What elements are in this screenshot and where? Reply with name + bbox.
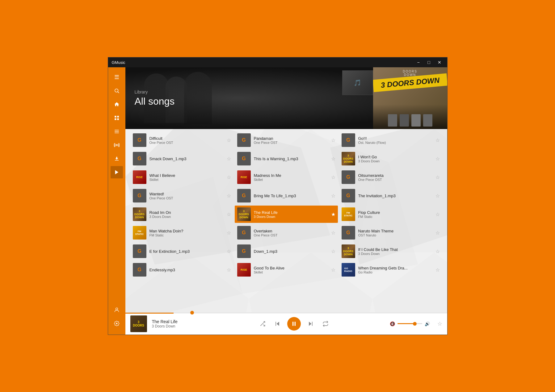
song-star[interactable]: ☆ [435,137,440,143]
song-info: Down_1.mp3 [254,249,328,254]
song-info: What I Believe Skillet [149,173,224,181]
song-artist: One Piece OST [149,141,224,144]
song-item[interactable]: G Difficult One Piece OST ☆ [130,131,233,149]
close-button[interactable]: ✕ [435,58,444,66]
song-item[interactable]: 3DOORSDOWN If I Could Be Like That 3 Doo… [339,243,442,260]
song-star[interactable]: ★ [331,211,335,217]
song-star[interactable]: ☆ [331,156,335,162]
svg-rect-24 [312,322,313,326]
song-star[interactable]: ☆ [331,267,335,273]
song-item[interactable]: RISE Good To Be Alive Skillet ☆ [235,261,338,278]
previous-button[interactable] [272,319,282,329]
volume-track[interactable] [397,323,422,324]
now-playing-star[interactable]: ☆ [437,320,442,327]
song-star[interactable]: ☆ [435,174,440,180]
song-item[interactable]: G Smack Down_1.mp3 ☆ [130,150,233,167]
song-thumb: G [237,152,251,165]
song-item[interactable]: 3DOORSDOWN The Real Life 3 Doors Down ★ [235,206,338,223]
volume-fill [397,323,415,324]
song-item[interactable]: G Bring Me To Life_1.mp3 ☆ [235,187,338,204]
volume-thumb[interactable] [413,322,417,326]
sidebar: ☰ [108,67,125,335]
song-star[interactable]: ☆ [435,248,440,254]
song-item[interactable]: G E for Extinction_1.mp3 ☆ [130,243,233,260]
song-item[interactable]: G Endlessly.mp3 ☆ [130,261,233,278]
maximize-button[interactable]: □ [425,58,433,66]
song-item[interactable]: G Oitsumerareta One Piece OST ☆ [339,169,442,186]
song-artist: One Piece OST [358,178,432,181]
sidebar-queue-icon[interactable] [111,166,123,178]
sidebar-home-icon[interactable] [111,98,123,111]
song-star[interactable]: ☆ [227,156,231,162]
song-item[interactable]: RISE Madness In Me Skillet ☆ [235,169,338,186]
song-star[interactable]: ☆ [227,248,231,254]
song-star[interactable]: ☆ [435,193,440,199]
progress-bar[interactable] [125,313,447,314]
minimize-button[interactable]: − [414,58,423,66]
song-star[interactable]: ☆ [331,174,335,180]
song-artist: One Piece OST [254,233,328,237]
sidebar-account-icon[interactable] [111,304,123,316]
repeat-button[interactable] [321,319,330,329]
svg-line-1 [118,92,119,93]
song-star[interactable]: ☆ [227,193,231,199]
song-star[interactable]: ☆ [331,137,335,143]
song-item[interactable]: RISE What I Believe Skillet ☆ [130,169,233,186]
song-item[interactable]: G Overtaken One Piece OST ☆ [235,224,338,241]
song-info: Oitsumerareta One Piece OST [358,173,432,181]
song-star[interactable]: ☆ [227,174,231,180]
song-star[interactable]: ☆ [227,267,231,273]
sidebar-list-icon[interactable] [111,125,123,138]
sidebar-menu-icon[interactable]: ☰ [111,71,123,83]
mute-icon[interactable]: 🔇 [390,321,395,326]
hero-title: All songs [135,96,175,107]
song-name: What I Believe [149,173,224,178]
song-star[interactable]: ☆ [331,248,335,254]
svg-marker-23 [309,322,311,326]
play-pause-button[interactable] [287,317,301,331]
song-info: This Is a Warning_1.mp3 [254,156,328,161]
svg-point-12 [116,308,118,310]
song-item[interactable]: 3DOORSDOWN Road Im On 3 Doors Down ☆ [130,206,233,223]
song-name: Good To Be Alive [254,266,328,270]
song-artist: 3 Doors Down [149,215,224,219]
song-item[interactable]: FMSTATIC Flop Culture FM Static ☆ [339,206,442,223]
song-star[interactable]: ☆ [331,193,335,199]
sidebar-search-icon[interactable] [111,85,123,97]
song-thumb: RISE [237,170,251,184]
sidebar-radio-icon[interactable] [111,139,123,151]
song-item[interactable]: GORADIO When Dreaming Gets Dra... Go Rad… [339,261,442,278]
song-item[interactable]: FMSTATIC Man Watcha Doin? FM Static ☆ [130,224,233,241]
song-artist: FM Static [149,233,224,237]
song-item[interactable]: G Naruto Main Theme OST Naruto ☆ [339,224,442,241]
next-button[interactable] [306,319,316,329]
song-star[interactable]: ☆ [435,211,440,217]
song-thumb: FMSTATIC [342,207,355,221]
sidebar-settings-icon[interactable] [111,317,123,330]
song-star[interactable]: ☆ [435,230,440,236]
song-item[interactable]: G Wanted! One Piece OST ☆ [130,187,233,204]
sidebar-download-icon[interactable] [111,152,123,165]
song-item[interactable]: 3DOORSDOWN I Won't Go 3 Doors Down ☆ [339,150,442,167]
song-item[interactable]: G Pandaman One Piece OST ☆ [235,131,338,149]
song-artist: One Piece OST [149,196,224,200]
song-list-container[interactable]: G Difficult One Piece OST ☆ G Pandaman O… [125,129,447,312]
song-star[interactable]: ☆ [227,137,231,143]
song-star[interactable]: ☆ [435,156,440,162]
song-thumb: RISE [237,263,251,277]
song-item[interactable]: G Down_1.mp3 ☆ [235,243,338,260]
song-item[interactable]: G This Is a Warning_1.mp3 ☆ [235,150,338,167]
shuffle-button[interactable] [258,319,267,329]
svg-marker-11 [115,170,118,174]
song-star[interactable]: ☆ [435,267,440,273]
song-info: E for Extinction_1.mp3 [149,249,224,254]
song-info: Road Im On 3 Doors Down [149,210,224,219]
song-item[interactable]: G The Invitation_1.mp3 ☆ [339,187,442,204]
sidebar-grid-icon[interactable] [111,112,123,124]
song-thumb: G [237,244,251,258]
song-star[interactable]: ☆ [227,211,231,217]
song-star[interactable]: ☆ [227,230,231,236]
song-item[interactable]: G Go!!! Ost. Naruto (Flow) ☆ [339,131,442,149]
svg-point-9 [116,144,117,146]
song-star[interactable]: ☆ [331,230,335,236]
